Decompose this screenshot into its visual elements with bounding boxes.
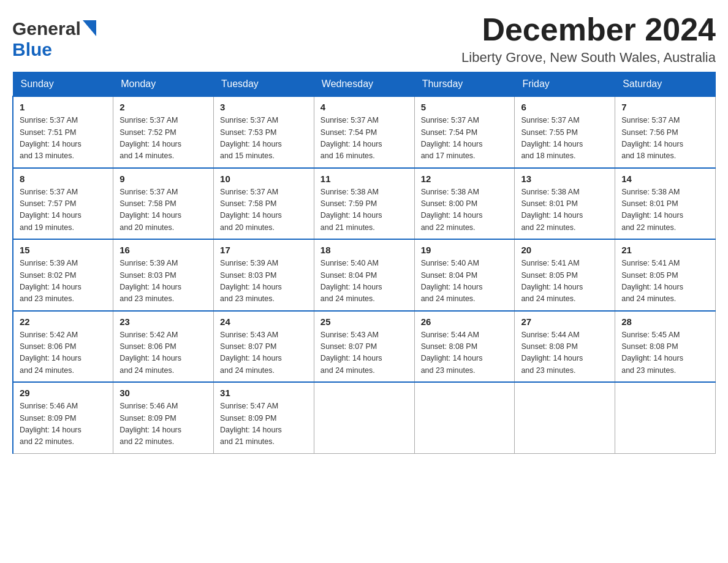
day-number: 1 [20, 102, 107, 112]
day-info: Sunrise: 5:37 AMSunset: 7:54 PMDaylight:… [421, 115, 509, 163]
day-number: 16 [119, 245, 207, 255]
day-number: 22 [20, 316, 107, 327]
day-info: Sunrise: 5:41 AMSunset: 8:05 PMDaylight:… [621, 258, 709, 305]
calendar-cell: 28 Sunrise: 5:45 AMSunset: 8:08 PMDaylig… [615, 311, 716, 383]
calendar-cell: 13 Sunrise: 5:38 AMSunset: 8:01 PMDaylig… [515, 168, 615, 240]
page-header: General Blue December 2024 Liberty Grove… [12, 12, 716, 66]
calendar-cell: 17 Sunrise: 5:39 AMSunset: 8:03 PMDaylig… [214, 239, 314, 311]
day-number: 28 [621, 316, 709, 327]
location-subtitle: Liberty Grove, New South Wales, Australi… [461, 50, 716, 66]
calendar-cell: 16 Sunrise: 5:39 AMSunset: 8:03 PMDaylig… [113, 239, 214, 311]
header-tuesday: Tuesday [214, 72, 314, 97]
day-info: Sunrise: 5:43 AMSunset: 8:07 PMDaylight:… [320, 329, 408, 377]
calendar-cell: 18 Sunrise: 5:40 AMSunset: 8:04 PMDaylig… [314, 239, 414, 311]
week-row-3: 15 Sunrise: 5:39 AMSunset: 8:02 PMDaylig… [13, 239, 716, 311]
day-info: Sunrise: 5:44 AMSunset: 8:08 PMDaylight:… [521, 329, 609, 377]
day-info: Sunrise: 5:37 AMSunset: 7:51 PMDaylight:… [20, 115, 107, 163]
day-number: 20 [521, 245, 609, 255]
calendar-cell [515, 382, 615, 453]
calendar-cell: 26 Sunrise: 5:44 AMSunset: 8:08 PMDaylig… [414, 311, 515, 383]
calendar-cell: 7 Sunrise: 5:37 AMSunset: 7:56 PMDayligh… [615, 96, 716, 168]
day-number: 29 [20, 388, 107, 398]
day-number: 17 [220, 245, 308, 255]
calendar-cell: 23 Sunrise: 5:42 AMSunset: 8:06 PMDaylig… [113, 311, 214, 383]
day-info: Sunrise: 5:39 AMSunset: 8:02 PMDaylight:… [20, 258, 107, 305]
day-number: 19 [421, 245, 509, 255]
day-info: Sunrise: 5:38 AMSunset: 8:01 PMDaylight:… [621, 186, 709, 234]
calendar-cell: 10 Sunrise: 5:37 AMSunset: 7:58 PMDaylig… [214, 168, 314, 240]
calendar-cell: 2 Sunrise: 5:37 AMSunset: 7:52 PMDayligh… [113, 96, 214, 168]
day-info: Sunrise: 5:43 AMSunset: 8:07 PMDaylight:… [220, 329, 308, 377]
calendar-cell: 22 Sunrise: 5:42 AMSunset: 8:06 PMDaylig… [13, 311, 113, 383]
day-number: 23 [119, 316, 207, 327]
day-number: 25 [320, 316, 408, 327]
header-monday: Monday [113, 72, 214, 97]
day-info: Sunrise: 5:40 AMSunset: 8:04 PMDaylight:… [421, 258, 509, 305]
header-friday: Friday [515, 72, 615, 97]
calendar-cell: 20 Sunrise: 5:41 AMSunset: 8:05 PMDaylig… [515, 239, 615, 311]
day-info: Sunrise: 5:47 AMSunset: 8:09 PMDaylight:… [220, 400, 308, 448]
day-number: 6 [521, 102, 609, 112]
day-number: 11 [320, 174, 408, 184]
calendar-cell [414, 382, 515, 453]
day-info: Sunrise: 5:42 AMSunset: 8:06 PMDaylight:… [20, 329, 107, 377]
day-number: 30 [119, 388, 207, 398]
day-number: 8 [20, 174, 107, 184]
calendar-cell: 12 Sunrise: 5:38 AMSunset: 8:00 PMDaylig… [414, 168, 515, 240]
day-number: 7 [621, 102, 709, 112]
day-info: Sunrise: 5:45 AMSunset: 8:08 PMDaylight:… [621, 329, 709, 377]
header-sunday: Sunday [13, 72, 113, 97]
header-wednesday: Wednesday [314, 72, 414, 97]
day-number: 21 [621, 245, 709, 255]
day-info: Sunrise: 5:38 AMSunset: 7:59 PMDaylight:… [320, 186, 408, 234]
calendar-cell: 9 Sunrise: 5:37 AMSunset: 7:58 PMDayligh… [113, 168, 214, 240]
day-number: 18 [320, 245, 408, 255]
day-info: Sunrise: 5:37 AMSunset: 7:56 PMDaylight:… [621, 115, 709, 163]
day-number: 3 [220, 102, 308, 112]
day-info: Sunrise: 5:39 AMSunset: 8:03 PMDaylight:… [220, 258, 308, 305]
day-number: 12 [421, 174, 509, 184]
calendar-cell: 24 Sunrise: 5:43 AMSunset: 8:07 PMDaylig… [214, 311, 314, 383]
calendar-cell: 14 Sunrise: 5:38 AMSunset: 8:01 PMDaylig… [615, 168, 716, 240]
day-info: Sunrise: 5:37 AMSunset: 7:53 PMDaylight:… [220, 115, 308, 163]
calendar-cell: 29 Sunrise: 5:46 AMSunset: 8:09 PMDaylig… [13, 382, 113, 453]
day-info: Sunrise: 5:39 AMSunset: 8:03 PMDaylight:… [119, 258, 207, 305]
day-info: Sunrise: 5:42 AMSunset: 8:06 PMDaylight:… [119, 329, 207, 377]
day-info: Sunrise: 5:38 AMSunset: 8:01 PMDaylight:… [521, 186, 609, 234]
calendar-cell: 31 Sunrise: 5:47 AMSunset: 8:09 PMDaylig… [214, 382, 314, 453]
calendar-cell: 30 Sunrise: 5:46 AMSunset: 8:09 PMDaylig… [113, 382, 214, 453]
week-row-2: 8 Sunrise: 5:37 AMSunset: 7:57 PMDayligh… [13, 168, 716, 240]
logo-general-text: General [12, 18, 81, 39]
day-info: Sunrise: 5:37 AMSunset: 7:52 PMDaylight:… [119, 115, 207, 163]
day-number: 26 [421, 316, 509, 327]
calendar-cell: 8 Sunrise: 5:37 AMSunset: 7:57 PMDayligh… [13, 168, 113, 240]
day-number: 9 [119, 174, 207, 184]
day-info: Sunrise: 5:37 AMSunset: 7:58 PMDaylight:… [220, 186, 308, 234]
day-info: Sunrise: 5:46 AMSunset: 8:09 PMDaylight:… [119, 400, 207, 448]
title-section: December 2024 Liberty Grove, New South W… [461, 12, 716, 66]
day-number: 10 [220, 174, 308, 184]
calendar-cell: 4 Sunrise: 5:37 AMSunset: 7:54 PMDayligh… [314, 96, 414, 168]
week-row-1: 1 Sunrise: 5:37 AMSunset: 7:51 PMDayligh… [13, 96, 716, 168]
svg-marker-0 [83, 20, 96, 36]
calendar-cell: 5 Sunrise: 5:37 AMSunset: 7:54 PMDayligh… [414, 96, 515, 168]
calendar-cell [314, 382, 414, 453]
day-number: 31 [220, 388, 308, 398]
logo-blue-text: Blue [12, 39, 52, 59]
calendar-cell [615, 382, 716, 453]
day-info: Sunrise: 5:38 AMSunset: 8:00 PMDaylight:… [421, 186, 509, 234]
day-info: Sunrise: 5:37 AMSunset: 7:54 PMDaylight:… [320, 115, 408, 163]
weekday-header-row: Sunday Monday Tuesday Wednesday Thursday… [13, 72, 716, 97]
calendar-cell: 27 Sunrise: 5:44 AMSunset: 8:08 PMDaylig… [515, 311, 615, 383]
day-number: 27 [521, 316, 609, 327]
day-info: Sunrise: 5:44 AMSunset: 8:08 PMDaylight:… [421, 329, 509, 377]
week-row-4: 22 Sunrise: 5:42 AMSunset: 8:06 PMDaylig… [13, 311, 716, 383]
day-number: 5 [421, 102, 509, 112]
calendar-cell: 6 Sunrise: 5:37 AMSunset: 7:55 PMDayligh… [515, 96, 615, 168]
calendar-cell: 21 Sunrise: 5:41 AMSunset: 8:05 PMDaylig… [615, 239, 716, 311]
month-year-title: December 2024 [461, 12, 716, 47]
calendar-cell: 3 Sunrise: 5:37 AMSunset: 7:53 PMDayligh… [214, 96, 314, 168]
day-info: Sunrise: 5:46 AMSunset: 8:09 PMDaylight:… [20, 400, 107, 448]
day-number: 4 [320, 102, 408, 112]
calendar-cell: 25 Sunrise: 5:43 AMSunset: 8:07 PMDaylig… [314, 311, 414, 383]
